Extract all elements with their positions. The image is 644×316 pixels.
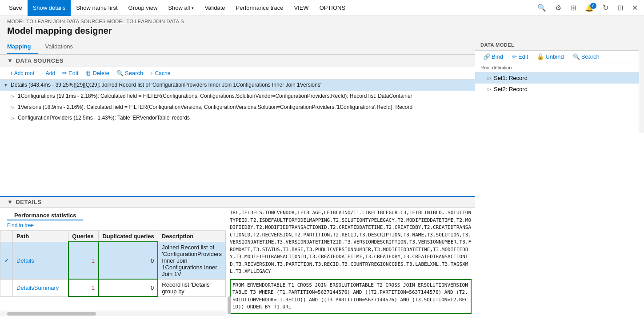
tree-toggle-configproviders[interactable]: ▷ (11, 115, 16, 121)
data-model-header: DATA MODEL (475, 40, 644, 51)
toolbar-icons: ⚙ ⊞ 🔔 0 ↻ ⊡ ✕ (552, 3, 640, 13)
dm-edit-button[interactable]: ✏ Edit (509, 52, 531, 61)
delete-button[interactable]: 🗑 Delete (83, 69, 112, 77)
perf-table-wrapper: Path Queries Duplicated queries Descript… (0, 231, 226, 311)
tree-item-configproviders[interactable]: ▷ ConfigurationProviders (12.5ms - 1.43%… (0, 112, 475, 124)
col-header-dup: Duplicated queries (99, 231, 158, 242)
refresh-icon[interactable]: ↻ (600, 3, 611, 13)
data-model-toolbar: 🔗 Bind ✏ Edit 🔓 Unbind 🔍 Search (475, 51, 644, 63)
right-panel: DATA MODEL 🔗 Bind ✏ Edit 🔓 Unbind (475, 40, 644, 316)
dm-search-label: Search (581, 53, 600, 60)
h-scrollbar[interactable] (0, 311, 226, 316)
details-section: ▼ DETAILS Performance statistics Find in… (0, 196, 475, 316)
tab-mapping[interactable]: Mapping (7, 40, 38, 54)
dm-item-set2[interactable]: ▷ Set2: Record (475, 84, 644, 95)
cache-button[interactable]: + Cache (148, 69, 173, 77)
search-button[interactable]: 🔍 (535, 3, 549, 13)
tree-toggle-1versions[interactable]: ▷ (11, 104, 16, 111)
delete-label: Delete (92, 70, 109, 76)
tree-item-1configs[interactable]: ▷ 1Configurations (19.1ms - 2.18%): Calc… (0, 91, 475, 102)
sql-top-text: IRL,TELDELS.TONCVENDOR,LEIBLAGE,LEIBLAIN… (230, 209, 472, 276)
dm-search-button[interactable]: 🔍 Search (570, 52, 602, 61)
bind-label: Bind (492, 53, 503, 60)
datasources-toggle[interactable]: ▼ (7, 57, 13, 64)
row-detailssummary-desc: Record list 'Details' group by (158, 279, 225, 296)
unbind-button[interactable]: 🔓 Unbind (534, 52, 566, 61)
validate-button[interactable]: Validate (199, 0, 230, 16)
content-area: MODEL TO LEARN JOIN DATA SOURCES MODEL T… (0, 16, 644, 316)
settings-icon[interactable]: ⚙ (552, 3, 564, 13)
h-scrollbar-thumb (7, 312, 96, 316)
page-title: Model mapping designer (0, 25, 644, 40)
edit-label: Edit (68, 70, 78, 76)
details-left: Performance statistics Find in tree Path (0, 208, 226, 316)
details-header: ▼ DETAILS (0, 197, 475, 208)
tree-item-details[interactable]: ▼ Details (343.4ms - 39.25%)[29][Q:29]: … (0, 80, 475, 91)
right-scrollbar-thumb (228, 296, 231, 314)
save-button[interactable]: Save (4, 0, 28, 16)
row-details-desc: Joined Record list of 'ConfigurationProv… (158, 242, 225, 279)
bind-button[interactable]: 🔗 Bind (480, 52, 506, 61)
app-container: Save Show details Show name first Group … (0, 0, 644, 316)
breadcrumb: MODEL TO LEARN JOIN DATA SOURCES MODEL T… (0, 16, 644, 25)
dm-item-set1[interactable]: ▷ Set1: Record (475, 72, 644, 84)
row-details-queries: 1 (68, 242, 99, 279)
tree-item-1versions[interactable]: ▷ 1Versions (18.9ms - 2.16%): Calculated… (0, 102, 475, 113)
add-button[interactable]: + Add (39, 69, 58, 77)
datasources-label: DATA SOURCES (16, 57, 64, 64)
dm-scrollbar[interactable] (639, 44, 644, 133)
dm-edit-label: Edit (518, 53, 528, 60)
edit-button[interactable]: ✏ Edit (60, 69, 81, 77)
sql-highlighted-text: FROM ERVENDORTABLE T1 CROSS JOIN ERSOLUT… (230, 279, 472, 314)
tree-item-details-text: Details (343.4ms - 39.25%)[29][Q:29]: Jo… (11, 81, 468, 89)
details-toggle[interactable]: ▼ (7, 199, 13, 205)
row-details-check: ✓ (0, 242, 13, 279)
view-button[interactable]: VIEW (288, 0, 314, 16)
dm-item-set1-label: Set1: Record (494, 75, 528, 81)
tree-item-1configs-text: 1Configurations (19.1ms - 2.18%): Calcul… (18, 92, 468, 100)
perf-table: Path Queries Duplicated queries Descript… (0, 231, 226, 297)
datasources-toolbar: + Add root + Add ✏ Edit 🗑 Delete 🔍 Se (0, 67, 475, 80)
unbind-label: Unbind (545, 53, 564, 60)
group-view-button[interactable]: Group view (123, 0, 163, 16)
left-main: Mapping Validations ▼ DATA SOURCES + Add… (0, 40, 475, 316)
toolbar: Save Show details Show name first Group … (0, 0, 644, 16)
details-label: DETAILS (16, 199, 41, 205)
row-detailssummary-queries: 1 (68, 279, 99, 296)
row-detailssummary-dup: 0 (99, 279, 158, 296)
dm-item-set1-toggle[interactable]: ▷ (488, 76, 491, 80)
unbind-icon: 🔓 (537, 53, 544, 60)
show-details-button[interactable]: Show details (28, 0, 71, 16)
search-label-ds: Search (125, 70, 143, 76)
close-icon[interactable]: ✕ (629, 3, 640, 13)
middle-area: Mapping Validations ▼ DATA SOURCES + Add… (0, 40, 644, 316)
chevron-down-icon: ▾ (192, 6, 194, 10)
search-icon-ds: 🔍 (116, 70, 124, 76)
col-header-queries: Queries (68, 231, 99, 242)
notification-icon[interactable]: 🔔 0 (582, 3, 596, 13)
table-row-detailssummary[interactable]: DetailsSummary 1 0 Record list 'Details'… (0, 279, 226, 296)
performance-trace-button[interactable]: Performance trace (230, 0, 288, 16)
tree-item-configproviders-text: ConfigurationProviders (12.5ms - 1.43%):… (18, 114, 468, 122)
row-detailssummary-check (0, 279, 13, 296)
tab-validations[interactable]: Validations (45, 40, 80, 54)
tree-toggle-1configs[interactable]: ▷ (11, 93, 16, 100)
add-root-button[interactable]: + Add root (7, 69, 37, 77)
row-details-path: Details (13, 242, 68, 279)
perf-stats-header: Performance statistics (0, 208, 226, 220)
tree-toggle-details[interactable]: ▼ (4, 82, 9, 88)
options-button[interactable]: OPTIONS (314, 0, 351, 16)
table-row-details[interactable]: ✓ Details 1 0 Joined Record list of 'Con… (0, 242, 226, 279)
data-model-tree: ▷ Set1: Record ▷ Set2: Record (475, 72, 644, 316)
datasources-section-header: ▼ DATA SOURCES (0, 55, 475, 67)
dm-item-set2-toggle[interactable]: ▷ (488, 87, 491, 92)
col-header-check (0, 231, 13, 242)
external-icon[interactable]: ⊡ (615, 3, 626, 13)
find-in-tree-button[interactable]: Find in tree (0, 220, 226, 231)
windows-icon[interactable]: ⊞ (568, 3, 579, 13)
show-name-first-button[interactable]: Show name first (71, 0, 123, 16)
search-button-ds[interactable]: 🔍 Search (114, 69, 146, 77)
edit-icon: ✏ (62, 70, 67, 76)
show-all-button[interactable]: Show all ▾ (163, 0, 199, 16)
delete-icon: 🗑 (85, 70, 91, 76)
